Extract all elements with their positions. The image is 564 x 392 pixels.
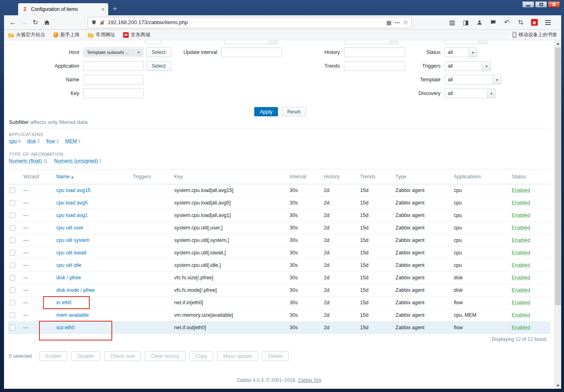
item-name-link[interactable]: cpu util iowait xyxy=(56,250,86,256)
item-name-link[interactable]: cpu load avg5 xyxy=(56,200,88,206)
page-actions-grid-icon[interactable]: ▦ xyxy=(386,19,391,26)
host-multiselect[interactable]: Template sulaoshi ... × xyxy=(83,47,144,57)
subfilter-link-mem[interactable]: MEM xyxy=(65,138,77,144)
row-checkbox[interactable] xyxy=(10,225,15,231)
new-tab-button[interactable]: + xyxy=(113,4,117,14)
minimize-button[interactable] xyxy=(522,1,534,8)
discovery-select[interactable]: all ▾ xyxy=(445,89,496,98)
item-status-link[interactable]: Enabled xyxy=(512,275,530,281)
scroll-down-arrow-icon[interactable] xyxy=(555,382,561,389)
remove-token-icon[interactable]: × xyxy=(138,50,140,55)
wizard-menu-icon[interactable]: ••• xyxy=(19,251,29,255)
browser-tab[interactable]: Z Configuration of items × xyxy=(18,3,108,15)
row-checkbox[interactable] xyxy=(10,275,15,281)
scrollbar[interactable] xyxy=(554,40,561,389)
item-name-link[interactable]: cpu load avg15 xyxy=(56,188,91,193)
subfilter-link-flow[interactable]: flow xyxy=(46,138,55,144)
bookmark-item-mobile[interactable]: 移动设备上的书签 xyxy=(513,31,557,38)
bookmark-item-common-sites[interactable]: 常用网址 xyxy=(88,31,115,38)
item-name-link[interactable]: cpu util user xyxy=(56,225,83,231)
apply-button[interactable]: Apply xyxy=(254,107,278,116)
bookmark-item-jd[interactable]: JD 京东商城 xyxy=(123,31,150,38)
subfilter-link-numeric-unsigned[interactable]: Numeric (unsigned) xyxy=(54,158,98,164)
refresh-button[interactable]: ↻ xyxy=(30,17,41,28)
item-name-link[interactable]: cpu util system xyxy=(56,237,90,243)
library-button[interactable]: ▥ xyxy=(447,17,458,28)
account-button[interactable] xyxy=(474,17,485,28)
sort-by-name-link[interactable]: Name▲ xyxy=(56,174,74,179)
key-input[interactable] xyxy=(83,89,144,98)
bookmark-item-getting-started[interactable]: 新手上路 xyxy=(53,31,80,38)
page-actions-menu-icon[interactable]: ⋯ xyxy=(395,19,400,26)
bookmark-item-firefox-official[interactable]: 火狐官方站点 xyxy=(8,31,45,38)
clear-history-button[interactable]: Clear history xyxy=(145,351,185,361)
tab-close-icon[interactable]: × xyxy=(101,6,105,12)
item-status-link[interactable]: Enabled xyxy=(512,237,530,243)
subfilter-link-numeric-float[interactable]: Numeric (float) xyxy=(9,158,42,164)
template-select[interactable]: all ▾ xyxy=(445,75,501,85)
wizard-menu-icon[interactable]: ••• xyxy=(19,288,29,293)
application-input[interactable] xyxy=(83,61,144,71)
row-checkbox[interactable] xyxy=(10,325,15,330)
back-button[interactable]: ← xyxy=(7,17,19,28)
wizard-menu-icon[interactable]: ••• xyxy=(19,238,29,243)
subfilter-link-cpu[interactable]: cpu xyxy=(9,138,17,144)
wizard-menu-icon[interactable]: ••• xyxy=(19,276,29,280)
maximize-button[interactable] xyxy=(535,1,547,8)
sidebar-button[interactable]: ◨ xyxy=(460,17,471,28)
row-checkbox[interactable] xyxy=(10,200,15,206)
item-status-link[interactable]: Enabled xyxy=(512,262,530,268)
subfilter-link-disk[interactable]: disk xyxy=(27,138,36,144)
wizard-menu-icon[interactable]: ••• xyxy=(19,313,29,318)
home-button[interactable] xyxy=(41,17,52,28)
url-bar[interactable]: 192.168.200.173/zabbix/items.php ▦ ⋯ ☆ xyxy=(88,17,412,28)
bookmark-star-icon[interactable]: ☆ xyxy=(403,19,408,26)
row-checkbox[interactable] xyxy=(10,312,15,318)
wizard-menu-icon[interactable]: ••• xyxy=(19,201,29,205)
name-input[interactable] xyxy=(83,75,144,85)
item-name-link[interactable]: disk / pfree xyxy=(56,275,81,281)
item-status-link[interactable]: Enabled xyxy=(512,213,530,218)
row-checkbox[interactable] xyxy=(10,287,15,293)
check-now-button[interactable]: Check now xyxy=(104,351,141,361)
enable-button[interactable]: Enable xyxy=(39,351,67,361)
row-checkbox[interactable] xyxy=(10,188,15,193)
copy-button[interactable]: Copy xyxy=(189,351,213,361)
item-name-link[interactable]: disk inode / pfree xyxy=(56,287,95,293)
row-checkbox[interactable] xyxy=(10,213,15,218)
update-interval-input[interactable] xyxy=(221,47,282,57)
disable-button[interactable]: Disable xyxy=(71,351,100,361)
wizard-menu-icon[interactable]: ••• xyxy=(19,213,29,218)
item-name-link[interactable]: cpu load avg1 xyxy=(56,213,88,218)
undo-button[interactable]: ↶ xyxy=(501,17,513,28)
row-checkbox[interactable] xyxy=(10,262,15,268)
reset-button[interactable]: Reset xyxy=(282,107,306,116)
close-button[interactable] xyxy=(548,1,560,8)
application-select-button[interactable]: Select xyxy=(146,61,171,71)
messages-button[interactable] xyxy=(488,17,499,28)
screenshot-button[interactable] xyxy=(515,17,526,28)
item-status-link[interactable]: Enabled xyxy=(512,300,530,305)
wizard-menu-icon[interactable]: ••• xyxy=(19,188,29,193)
item-name-link[interactable]: mem available xyxy=(56,312,89,318)
item-status-link[interactable]: Enabled xyxy=(512,225,530,231)
wizard-menu-icon[interactable]: ••• xyxy=(19,263,29,268)
item-status-link[interactable]: Enabled xyxy=(512,287,530,293)
row-checkbox[interactable] xyxy=(10,250,15,256)
item-status-link[interactable]: Enabled xyxy=(512,200,530,206)
item-status-link[interactable]: Enabled xyxy=(512,312,530,318)
item-name-link[interactable]: cpu util idle xyxy=(56,262,82,268)
mass-update-button[interactable]: Mass update xyxy=(217,351,258,361)
extension-button[interactable]: ▦ xyxy=(529,17,540,28)
tracking-shield-icon[interactable] xyxy=(91,19,97,25)
wizard-menu-icon[interactable]: ••• xyxy=(19,226,29,230)
wizard-menu-icon[interactable]: ••• xyxy=(19,301,29,305)
row-checkbox[interactable] xyxy=(10,237,15,243)
delete-button[interactable]: Delete xyxy=(262,351,288,361)
item-status-link[interactable]: Enabled xyxy=(512,250,530,256)
menu-button[interactable] xyxy=(542,17,554,28)
scrollbar-thumb[interactable] xyxy=(555,47,561,305)
row-checkbox[interactable] xyxy=(10,300,15,305)
wizard-menu-icon[interactable]: ••• xyxy=(19,326,29,330)
triggers-select[interactable]: all ▾ xyxy=(445,61,491,71)
